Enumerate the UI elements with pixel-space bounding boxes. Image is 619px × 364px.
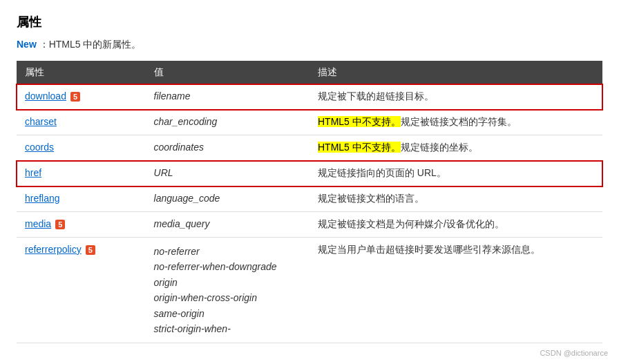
desc-cell: HTML5 中不支持。规定链接的坐标。 — [310, 135, 602, 161]
attributes-table: 属性 值 描述 download5filename规定被下载的超链接目标。cha… — [17, 61, 602, 343]
table-row: charsetchar_encodingHTML5 中不支持。规定被链接文档的字… — [17, 110, 602, 135]
desc-cell: 规定当用户单击超链接时要发送哪些引荐来源信息。 — [310, 238, 602, 343]
val-cell: coordinates — [146, 135, 310, 161]
attr-link[interactable]: charset — [25, 116, 57, 127]
subtitle: New ：HTML5 中的新属性。 — [17, 39, 602, 51]
attr-cell: charset — [17, 110, 146, 135]
attr-link[interactable]: referrerpolicy — [25, 244, 82, 255]
html5-badge: 5 — [70, 92, 80, 102]
watermark: CSDN @dictionarce — [540, 349, 608, 357]
table-row: coordscoordinatesHTML5 中不支持。规定链接的坐标。 — [17, 135, 602, 161]
attr-cell: download5 — [17, 84, 146, 110]
val-text: coordinates — [154, 142, 204, 153]
desc-cell: 规定链接指向的页面的 URL。 — [310, 161, 602, 186]
col-header-desc: 描述 — [310, 61, 602, 84]
attr-link[interactable]: media — [25, 218, 51, 229]
attr-link[interactable]: coords — [25, 142, 54, 153]
val-text: URL — [154, 167, 173, 178]
desc-text: 规定被下载的超链接目标。 — [318, 90, 434, 102]
table-row: download5filename规定被下载的超链接目标。 — [17, 84, 602, 110]
attr-cell: media5 — [17, 212, 146, 238]
desc-cell: 规定被链接文档的语言。 — [310, 186, 602, 212]
desc-cell: 规定被链接文档是为何种媒介/设备优化的。 — [310, 212, 602, 238]
attr-link[interactable]: hreflang — [25, 193, 60, 204]
val-cell: no-referrerno-referrer-when-downgradeori… — [146, 238, 310, 343]
desc-cell: HTML5 中不支持。规定被链接文档的字符集。 — [310, 110, 602, 135]
desc-text: 规定被链接文档的字符集。 — [401, 116, 517, 127]
val-cell: char_encoding — [146, 110, 310, 135]
html5-badge: 5 — [55, 220, 65, 229]
val-text: language_code — [154, 193, 220, 204]
not-supported-label: HTML5 中不支持。 — [318, 142, 401, 153]
table-row: hreflanglanguage_code规定被链接文档的语言。 — [17, 186, 602, 212]
col-header-attr: 属性 — [17, 61, 146, 84]
new-badge: New — [17, 39, 37, 50]
desc-cell: 规定被下载的超链接目标。 — [310, 84, 602, 110]
table-row: referrerpolicy5no-referrerno-referrer-wh… — [17, 238, 602, 343]
val-text: char_encoding — [154, 116, 218, 127]
val-cell: filename — [146, 84, 310, 110]
desc-text: 规定被链接文档的语言。 — [318, 193, 424, 204]
subtitle-text: ：HTML5 中的新属性。 — [39, 39, 142, 50]
desc-text: 规定链接指向的页面的 URL。 — [318, 167, 446, 178]
attr-link[interactable]: href — [25, 167, 41, 178]
val-text: media_query — [154, 218, 210, 229]
table-row: media5media_query规定被链接文档是为何种媒介/设备优化的。 — [17, 212, 602, 238]
col-header-val: 值 — [146, 61, 310, 84]
not-supported-label: HTML5 中不支持。 — [318, 116, 401, 127]
desc-text: 规定链接的坐标。 — [401, 142, 478, 153]
table-row: hrefURL规定链接指向的页面的 URL。 — [17, 161, 602, 186]
attr-cell: coords — [17, 135, 146, 161]
table-header-row: 属性 值 描述 — [17, 61, 602, 84]
page-title: 属性 — [17, 14, 602, 30]
desc-text: 规定当用户单击超链接时要发送哪些引荐来源信息。 — [318, 244, 540, 255]
desc-text: 规定被链接文档是为何种媒介/设备优化的。 — [318, 218, 504, 229]
val-cell: media_query — [146, 212, 310, 238]
attr-cell: referrerpolicy5 — [17, 238, 146, 343]
attr-cell: href — [17, 161, 146, 186]
html5-badge: 5 — [86, 245, 95, 255]
val-cell: URL — [146, 161, 310, 186]
attr-cell: hreflang — [17, 186, 146, 212]
val-cell: language_code — [146, 186, 310, 212]
val-text: filename — [154, 90, 191, 102]
attr-link[interactable]: download — [25, 90, 66, 102]
